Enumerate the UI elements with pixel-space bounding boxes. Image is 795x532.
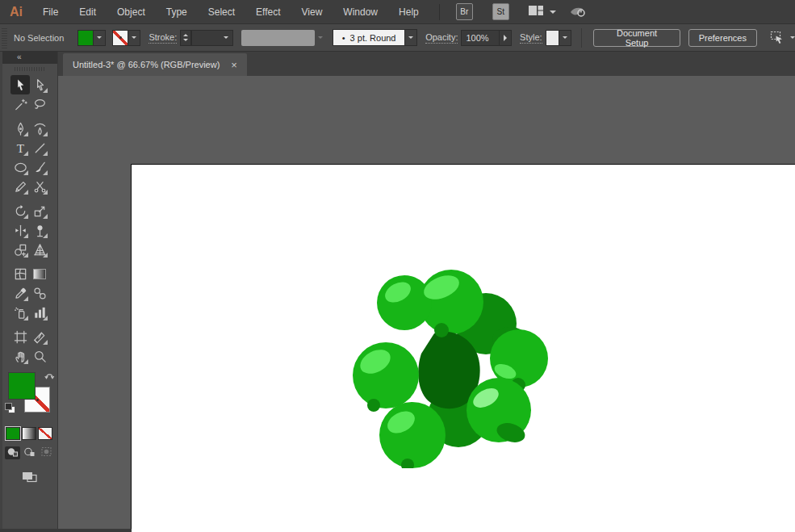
- magic-wand-tool[interactable]: [10, 94, 30, 114]
- puppet-warp-tool[interactable]: [30, 220, 49, 240]
- opacity-label[interactable]: Opacity:: [425, 32, 458, 44]
- stroke-weight-stepper[interactable]: [180, 30, 191, 46]
- curvature-tool[interactable]: [30, 119, 49, 138]
- menu-edit[interactable]: Edit: [69, 0, 107, 24]
- stroke-weight-label[interactable]: Stroke:: [149, 32, 177, 44]
- opacity-field[interactable]: 100%: [461, 30, 500, 46]
- color-button[interactable]: [6, 427, 20, 440]
- scale-tool[interactable]: [30, 201, 49, 220]
- tab-close-button[interactable]: ×: [231, 60, 237, 70]
- zoom-tool[interactable]: [30, 346, 49, 366]
- brush-dot-icon: •: [342, 33, 345, 43]
- draw-normal-button[interactable]: [5, 446, 20, 459]
- menu-help[interactable]: Help: [388, 0, 429, 24]
- stroke-color-dropdown[interactable]: [128, 30, 140, 46]
- menu-object[interactable]: Object: [107, 0, 156, 24]
- direct-selection-icon: [32, 77, 48, 93]
- style-dropdown[interactable]: [559, 30, 571, 46]
- collapse-panel-icon[interactable]: «: [17, 52, 21, 61]
- draw-behind-icon: [23, 446, 36, 460]
- mesh-tool[interactable]: [10, 264, 30, 283]
- tool-grid: T: [10, 75, 49, 366]
- tools-panel-grip[interactable]: [2, 64, 57, 74]
- brush-definition-dropdown[interactable]: [405, 29, 417, 46]
- menu-type[interactable]: Type: [156, 0, 198, 24]
- pencil-tool[interactable]: [10, 177, 30, 196]
- type-tool[interactable]: T: [10, 138, 30, 157]
- menu-separator: [439, 4, 440, 20]
- shape-builder-tool[interactable]: [10, 240, 30, 259]
- control-bar: No Selection Stroke: • 3 pt. Round Opaci…: [0, 24, 795, 52]
- hand-icon: [13, 349, 28, 364]
- fill-swatch-large[interactable]: [8, 372, 36, 400]
- fill-color-swatch[interactable]: [77, 30, 94, 46]
- eyedropper-tool[interactable]: [10, 283, 30, 303]
- none-button[interactable]: [38, 427, 52, 440]
- menu-effect[interactable]: Effect: [245, 0, 291, 24]
- swap-fill-stroke-icon[interactable]: [44, 371, 56, 385]
- stroke-color-control: [112, 30, 140, 46]
- gradient-tool[interactable]: [30, 264, 49, 283]
- line-segment-tool[interactable]: [30, 138, 49, 157]
- stepper-up-icon: [183, 34, 188, 36]
- menu-select[interactable]: Select: [198, 0, 245, 24]
- gpu-performance-button[interactable]: [567, 2, 587, 22]
- paintbrush-tool[interactable]: [30, 157, 49, 177]
- style-label[interactable]: Style:: [520, 32, 542, 44]
- draw-inside-button: [39, 446, 54, 459]
- direct-selection-tool[interactable]: [30, 75, 49, 94]
- menu-view[interactable]: View: [291, 0, 333, 24]
- draw-normal-icon: [6, 446, 19, 460]
- brush-definition-field[interactable]: • 3 pt. Round: [333, 29, 405, 46]
- bridge-button[interactable]: Br: [456, 3, 473, 20]
- fill-color-dropdown[interactable]: [94, 30, 106, 46]
- scale-icon: [32, 203, 48, 219]
- column-graph-tool[interactable]: [30, 303, 49, 322]
- hand-tool[interactable]: [10, 346, 30, 366]
- draw-behind-button[interactable]: [22, 446, 37, 459]
- stroke-weight-combo[interactable]: [191, 30, 233, 46]
- chevron-down-icon: [563, 36, 567, 39]
- draw-inside-icon: [40, 446, 52, 460]
- arrange-documents-button[interactable]: [527, 3, 556, 21]
- menu-file[interactable]: File: [32, 0, 69, 24]
- rotate-tool[interactable]: [10, 201, 30, 220]
- width-tool[interactable]: [10, 220, 30, 240]
- chevron-down-icon: [132, 36, 136, 39]
- symbol-sprayer-tool[interactable]: [10, 303, 30, 322]
- chevron-down-icon: [97, 36, 102, 39]
- style-swatch[interactable]: [546, 30, 560, 46]
- pen-tool[interactable]: [10, 119, 30, 138]
- blend-icon: [32, 286, 48, 301]
- screen-mode-button[interactable]: [19, 469, 40, 487]
- ellipse-tool[interactable]: [10, 157, 30, 177]
- default-fill-stroke-icon[interactable]: [5, 403, 16, 414]
- select-similar-button[interactable]: [768, 28, 795, 48]
- opacity-flyout-button[interactable]: [500, 30, 512, 46]
- lasso-tool[interactable]: [30, 94, 49, 114]
- preferences-button[interactable]: Preferences: [688, 29, 757, 47]
- screen-mode-icon: [20, 469, 40, 487]
- document-setup-button[interactable]: Document Setup: [593, 29, 680, 47]
- column-graph-icon: [32, 305, 48, 320]
- canvas-area[interactable]: [58, 76, 795, 532]
- control-bar-grip[interactable]: [2, 27, 7, 48]
- gradient-button[interactable]: [22, 427, 36, 440]
- stock-button[interactable]: St: [492, 3, 509, 20]
- stroke-color-swatch[interactable]: [112, 30, 128, 46]
- scissors-tool[interactable]: [30, 177, 49, 196]
- artboard-tool[interactable]: [10, 327, 30, 346]
- selection-tool[interactable]: [10, 75, 30, 94]
- slice-tool[interactable]: [30, 327, 49, 346]
- arrange-documents-icon: [527, 3, 545, 21]
- puppet-warp-icon: [32, 223, 48, 238]
- menu-window[interactable]: Window: [333, 0, 388, 24]
- artboard[interactable]: [131, 164, 795, 532]
- blend-tool[interactable]: [30, 283, 49, 303]
- document-tab[interactable]: Untitled-3* @ 66.67% (RGB/Preview) ×: [63, 53, 247, 76]
- color-mode-row: [6, 427, 54, 440]
- tools-panel-header[interactable]: «: [2, 52, 57, 64]
- artwork-berry-cluster[interactable]: [339, 250, 549, 468]
- perspective-grid-tool[interactable]: [30, 240, 49, 259]
- artboard-icon: [13, 329, 28, 345]
